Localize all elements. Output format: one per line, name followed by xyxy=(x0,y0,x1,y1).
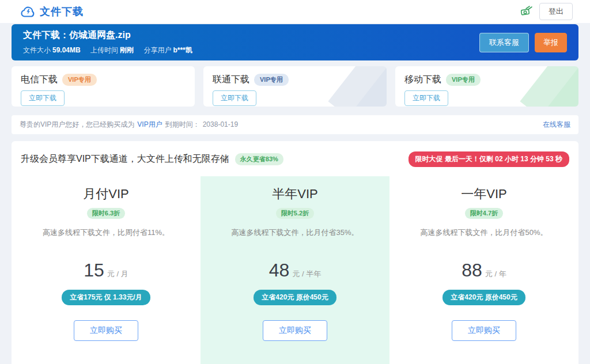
file-banner-info: 文件下载：仿城通网盘.zip 文件大小59.04MB 上传时间刚刚 分享用户b*… xyxy=(23,29,192,55)
plan-name: 一年VIP xyxy=(401,185,567,203)
download-card-mobile: 移动下载 VIP专用 立即下载 xyxy=(395,66,578,107)
plan-name: 半年VIP xyxy=(212,185,378,203)
unicom-download-title: 联通下载 xyxy=(213,74,249,86)
mobile-download-title: 移动下载 xyxy=(404,74,441,86)
cloud-download-icon xyxy=(21,5,36,18)
vip-panel-header: 升级会员尊享VIP下载通道，大文件上传和无限存储 永久更省83% 限时大促 最后… xyxy=(12,141,578,174)
online-service-link[interactable]: 在线客服 xyxy=(543,120,570,130)
telecom-download-title: 电信下载 xyxy=(21,74,58,86)
share-user-label: 分享用户 xyxy=(143,46,171,54)
plan-unit: 元 / 半年 xyxy=(292,270,321,278)
topbar-actions: 登出 xyxy=(520,3,573,20)
plan-unit: 元 / 年 xyxy=(485,270,506,278)
plan-halfyear: 半年VIP 限时5.2折 高速多线程下载文件，比月付省35%。 48元 / 半年… xyxy=(201,176,389,364)
app-header: 文件下载 登出 xyxy=(0,0,590,23)
download-cards: 电信下载 VIP专用 立即下载 联通下载 VIP专用 立即下载 移动下载 VIP… xyxy=(12,66,578,107)
page-content: 文件下载：仿城通网盘.zip 文件大小59.04MB 上传时间刚刚 分享用户b*… xyxy=(0,23,590,364)
report-button[interactable]: 举报 xyxy=(535,33,567,52)
plan-price: 88 xyxy=(462,260,482,280)
pricing-plans: 月付VIP 限时6.3折 高速多线程下载文件，比周付省11%。 15元 / 月 … xyxy=(12,176,578,364)
vip-user-highlight: VIP用户 xyxy=(137,120,162,128)
download-card-telecom: 电信下载 VIP专用 立即下载 xyxy=(12,66,195,107)
buy-halfyear-button[interactable]: 立即购买 xyxy=(263,320,327,341)
file-banner: 文件下载：仿城通网盘.zip 文件大小59.04MB 上传时间刚刚 分享用户b*… xyxy=(12,24,578,60)
expire-date: 2038-01-19 xyxy=(203,120,238,128)
vip-upgrade-panel: 升级会员尊享VIP下载通道，大文件上传和无限存储 永久更省83% 限时大促 最后… xyxy=(12,141,578,364)
vip-notice-text: 尊贵的VIP用户您好，您已经购买成为VIP用户到期时间：2038-01-19 xyxy=(20,120,238,130)
buy-monthly-button[interactable]: 立即购买 xyxy=(74,320,138,341)
vip-badge: VIP专用 xyxy=(62,74,97,86)
mobile-download-button[interactable]: 立即下载 xyxy=(404,90,448,106)
plan-description: 高速多线程下载文件，比月付省50%。 xyxy=(401,227,567,238)
logout-button[interactable]: 登出 xyxy=(539,3,573,20)
banner-actions: 联系客服 举报 xyxy=(479,33,567,52)
notice-prefix: 尊贵的VIP用户您好，您已经购买成为 xyxy=(20,120,134,128)
plan-monthly: 月付VIP 限时6.3折 高速多线程下载文件，比周付省11%。 15元 / 月 … xyxy=(12,176,201,364)
telecom-download-button[interactable]: 立即下载 xyxy=(21,90,65,106)
app-logo[interactable]: 文件下载 xyxy=(21,5,84,18)
plan-price: 48 xyxy=(269,260,290,280)
plan-save-pill: 立省175元 仅 1.33元/月 xyxy=(62,290,150,305)
buy-yearly-button[interactable]: 立即购买 xyxy=(452,320,516,341)
upload-time-value: 刚刚 xyxy=(120,46,134,54)
upload-time-label: 上传时间 xyxy=(90,46,118,54)
card-decoration xyxy=(492,66,578,107)
vip-badge: VIP专用 xyxy=(446,74,481,86)
plan-save-pill: 立省420元 原价450元 xyxy=(442,290,525,305)
forever-save-badge: 永久更省83% xyxy=(235,153,283,165)
plan-save-pill: 立省420元 原价450元 xyxy=(254,290,336,305)
plan-price: 15 xyxy=(84,260,104,280)
file-title: 文件下载：仿城通网盘.zip xyxy=(23,29,192,41)
plan-name: 月付VIP xyxy=(23,185,189,203)
app-title: 文件下载 xyxy=(40,5,84,18)
cash-icon[interactable] xyxy=(520,5,534,18)
share-user-value: b***凯 xyxy=(173,46,192,54)
download-card-unicom: 联通下载 VIP专用 立即下载 xyxy=(203,66,387,107)
vip-badge: VIP专用 xyxy=(254,74,289,86)
plan-description: 高速多线程下载文件，比月付省35%。 xyxy=(212,227,378,238)
plan-discount-badge: 限时5.2折 xyxy=(276,208,314,219)
file-size-label: 文件大小 xyxy=(23,46,51,54)
plan-discount-badge: 限时4.7折 xyxy=(465,208,503,219)
plan-description: 高速多线程下载文件，比周付省11%。 xyxy=(23,227,189,238)
plan-yearly: 一年VIP 限时4.7折 高速多线程下载文件，比月付省50%。 88元 / 年 … xyxy=(389,176,578,364)
plan-discount-badge: 限时6.3折 xyxy=(87,208,125,219)
file-size-value: 59.04MB xyxy=(52,46,81,54)
expire-label: 到期时间： xyxy=(165,120,200,128)
vip-panel-title: 升级会员尊享VIP下载通道，大文件上传和无限存储 xyxy=(21,153,229,165)
contact-support-button[interactable]: 联系客服 xyxy=(479,33,529,52)
countdown-badge: 限时大促 最后一天！仅剩 02 小时 13 分钟 53 秒 xyxy=(409,151,569,167)
card-decoration xyxy=(300,66,387,107)
plan-unit: 元 / 月 xyxy=(107,270,128,278)
vip-notice-bar: 尊贵的VIP用户您好，您已经购买成为VIP用户到期时间：2038-01-19 在… xyxy=(12,115,578,134)
unicom-download-button[interactable]: 立即下载 xyxy=(213,90,256,106)
file-meta: 文件大小59.04MB 上传时间刚刚 分享用户b***凯 xyxy=(23,46,192,55)
